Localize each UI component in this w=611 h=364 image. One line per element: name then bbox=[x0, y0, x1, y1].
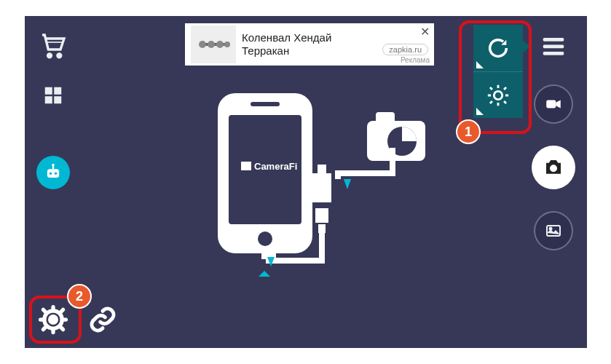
svg-point-11 bbox=[50, 316, 58, 324]
svg-point-22 bbox=[199, 41, 206, 48]
link-button[interactable] bbox=[86, 303, 119, 336]
svg-rect-39 bbox=[261, 250, 276, 259]
ad-title: Коленвал Хендай Терракан bbox=[242, 31, 382, 58]
svg-point-23 bbox=[208, 41, 215, 48]
svg-rect-35 bbox=[312, 173, 331, 202]
menu-button[interactable] bbox=[537, 29, 570, 63]
ad-close-button[interactable]: ✕ bbox=[420, 25, 430, 39]
svg-point-10 bbox=[52, 164, 55, 167]
svg-rect-38 bbox=[318, 224, 326, 233]
ad-domain-chip[interactable]: zapkia.ru bbox=[382, 44, 428, 55]
svg-point-17 bbox=[550, 165, 557, 172]
svg-rect-4 bbox=[45, 96, 52, 103]
svg-rect-33 bbox=[376, 112, 395, 124]
ad-label: Реклама bbox=[401, 56, 430, 64]
app-screen: Коленвал Хендай Терракан zapkia.ru ✕ Рек… bbox=[25, 16, 587, 348]
photo-capture-button[interactable] bbox=[532, 146, 575, 189]
apps-grid-button[interactable] bbox=[36, 79, 70, 112]
svg-rect-14 bbox=[543, 44, 564, 48]
brightness-button[interactable] bbox=[473, 71, 523, 118]
video-record-button[interactable] bbox=[534, 84, 573, 124]
svg-marker-42 bbox=[259, 271, 270, 277]
svg-rect-32 bbox=[367, 121, 425, 161]
svg-marker-41 bbox=[344, 179, 351, 189]
svg-point-28 bbox=[258, 232, 272, 246]
svg-rect-27 bbox=[229, 115, 301, 224]
svg-rect-2 bbox=[45, 87, 52, 95]
ad-title-line2: Терракан bbox=[242, 44, 382, 58]
svg-rect-37 bbox=[315, 208, 328, 223]
svg-rect-36 bbox=[318, 165, 326, 173]
svg-point-20 bbox=[494, 91, 502, 99]
svg-point-8 bbox=[55, 172, 58, 175]
settings-button[interactable] bbox=[36, 303, 70, 336]
svg-rect-3 bbox=[54, 87, 61, 95]
svg-text:CameraFi: CameraFi bbox=[254, 161, 297, 172]
rotate-button[interactable] bbox=[473, 25, 523, 71]
svg-rect-29 bbox=[251, 102, 280, 106]
right-toolbar bbox=[532, 29, 575, 272]
ad-title-line1: Коленвал Хендай bbox=[242, 31, 382, 44]
robot-button[interactable] bbox=[36, 156, 70, 189]
svg-rect-5 bbox=[54, 96, 61, 103]
svg-rect-26 bbox=[218, 93, 312, 253]
connection-illustration: CameraFi bbox=[189, 86, 444, 282]
svg-rect-15 bbox=[543, 52, 564, 55]
svg-point-0 bbox=[48, 54, 52, 58]
svg-rect-30 bbox=[241, 162, 251, 170]
svg-point-34 bbox=[387, 127, 417, 156]
left-toolbar bbox=[36, 29, 70, 189]
svg-point-25 bbox=[224, 41, 230, 47]
svg-rect-16 bbox=[546, 100, 556, 108]
svg-marker-40 bbox=[267, 257, 275, 266]
cart-button[interactable] bbox=[36, 29, 70, 63]
gallery-button[interactable] bbox=[534, 211, 573, 250]
svg-rect-13 bbox=[543, 38, 564, 41]
svg-rect-6 bbox=[47, 169, 59, 178]
svg-point-19 bbox=[550, 228, 552, 230]
bottom-left-toolbar bbox=[36, 303, 119, 336]
svg-point-1 bbox=[58, 54, 61, 58]
ad-thumbnail bbox=[191, 25, 236, 63]
display-options-popover bbox=[473, 25, 523, 118]
svg-rect-18 bbox=[547, 226, 560, 236]
ad-banner[interactable]: Коленвал Хендай Терракан zapkia.ru ✕ Рек… bbox=[185, 23, 434, 66]
svg-point-24 bbox=[216, 41, 224, 48]
svg-point-7 bbox=[50, 172, 52, 175]
